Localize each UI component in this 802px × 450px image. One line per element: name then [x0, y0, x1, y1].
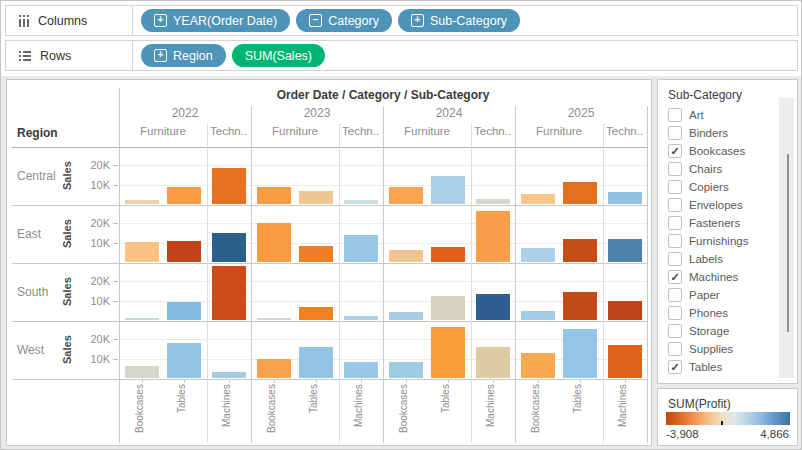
x-axis-label-2025-machines[interactable]: Machines — [617, 384, 633, 440]
filter-item-paper[interactable]: Paper — [658, 286, 778, 304]
filter-item-copiers[interactable]: Copiers — [658, 178, 778, 196]
filter-item-art[interactable]: Art — [658, 106, 778, 124]
filter-item-binders[interactable]: Binders — [658, 124, 778, 142]
bar-central-2023-bookcases[interactable] — [257, 187, 291, 204]
bar-east-2023-machines[interactable] — [344, 235, 378, 262]
expand-icon[interactable]: + — [154, 14, 167, 27]
scrollbar-thumb[interactable] — [787, 154, 789, 332]
year-header-2025[interactable]: 2025 — [515, 106, 647, 120]
bar-west-2022-machines[interactable] — [212, 372, 246, 378]
filter-item-envelopes[interactable]: Envelopes — [658, 196, 778, 214]
checkbox-copiers[interactable] — [668, 180, 682, 194]
bar-central-2022-tables[interactable] — [167, 187, 201, 204]
filter-item-supplies[interactable]: Supplies — [658, 340, 778, 358]
checkbox-binders[interactable] — [668, 126, 682, 140]
bar-south-2025-tables[interactable] — [563, 292, 597, 320]
checkbox-storage[interactable] — [668, 324, 682, 338]
checkbox-bookcases[interactable]: ✓ — [668, 144, 682, 158]
bar-central-2024-machines[interactable] — [476, 199, 510, 204]
bar-south-2022-machines[interactable] — [212, 266, 246, 320]
year-header-2022[interactable]: 2022 — [119, 106, 251, 120]
bar-west-2024-bookcases[interactable] — [389, 362, 423, 378]
bar-central-2022-bookcases[interactable] — [125, 200, 159, 204]
filter-item-phones[interactable]: Phones — [658, 304, 778, 322]
bar-south-2023-tables[interactable] — [299, 307, 333, 320]
x-axis-label-2025-bookcases[interactable]: Bookcases — [530, 384, 546, 440]
category-header-technology-2023[interactable]: Techn.. — [342, 125, 382, 137]
bar-south-2024-machines[interactable] — [476, 294, 510, 320]
category-header-furniture-2024[interactable]: Furniture — [383, 125, 471, 137]
bar-west-2025-bookcases[interactable] — [521, 353, 555, 378]
filter-scrollbar[interactable] — [779, 98, 794, 378]
checkbox-phones[interactable] — [668, 306, 682, 320]
bar-central-2024-tables[interactable] — [431, 176, 465, 204]
expand-icon[interactable]: + — [154, 49, 167, 62]
bar-central-2025-bookcases[interactable] — [521, 194, 555, 204]
x-axis-label-2023-machines[interactable]: Machines — [353, 384, 369, 440]
bar-west-2023-bookcases[interactable] — [257, 359, 291, 378]
filter-item-bookcases[interactable]: ✓Bookcases — [658, 142, 778, 160]
bar-east-2022-tables[interactable] — [167, 241, 201, 262]
pill-category[interactable]: −Category — [296, 9, 392, 32]
region-label-central[interactable]: Central — [17, 147, 56, 205]
region-label-west[interactable]: West — [17, 321, 44, 379]
bar-central-2025-machines[interactable] — [608, 192, 642, 204]
checkbox-tables[interactable]: ✓ — [668, 360, 682, 374]
bar-south-2024-bookcases[interactable] — [389, 312, 423, 320]
pill-sub-category[interactable]: +Sub-Category — [398, 9, 520, 32]
bar-east-2025-machines[interactable] — [608, 239, 642, 262]
x-axis-label-2024-machines[interactable]: Machines — [485, 384, 501, 440]
filter-item-furnishings[interactable]: Furnishings — [658, 232, 778, 250]
bar-east-2024-bookcases[interactable] — [389, 250, 423, 262]
bar-west-2022-bookcases[interactable] — [125, 366, 159, 378]
bar-central-2024-bookcases[interactable] — [389, 187, 423, 204]
bar-south-2023-bookcases[interactable] — [257, 318, 291, 320]
checkbox-envelopes[interactable] — [668, 198, 682, 212]
bar-south-2024-tables[interactable] — [431, 296, 465, 320]
bar-west-2024-machines[interactable] — [476, 347, 510, 378]
category-header-furniture-2025[interactable]: Furniture — [515, 125, 603, 137]
checkbox-fasteners[interactable] — [668, 216, 682, 230]
x-axis-label-2022-machines[interactable]: Machines — [221, 384, 237, 440]
pill-sum-sales[interactable]: SUM(Sales) — [232, 44, 325, 67]
category-header-technology-2022[interactable]: Techn.. — [210, 125, 250, 137]
checkbox-furnishings[interactable] — [668, 234, 682, 248]
x-axis-label-2023-tables[interactable]: Tables — [308, 384, 324, 440]
filter-item-chairs[interactable]: Chairs — [658, 160, 778, 178]
x-axis-label-2022-tables[interactable]: Tables — [176, 384, 192, 440]
bar-south-2022-bookcases[interactable] — [125, 318, 159, 320]
bar-east-2025-tables[interactable] — [563, 239, 597, 262]
bar-west-2023-machines[interactable] — [344, 362, 378, 378]
category-header-technology-2024[interactable]: Techn.. — [474, 125, 514, 137]
filter-item-labels[interactable]: Labels — [658, 250, 778, 268]
bar-west-2022-tables[interactable] — [167, 343, 201, 378]
region-label-south[interactable]: South — [17, 263, 48, 321]
checkbox-art[interactable] — [668, 108, 682, 122]
bar-east-2023-tables[interactable] — [299, 246, 333, 262]
category-header-furniture-2023[interactable]: Furniture — [251, 125, 339, 137]
filter-item-tables[interactable]: ✓Tables — [658, 358, 778, 376]
region-label-east[interactable]: East — [17, 205, 41, 263]
bar-east-2025-bookcases[interactable] — [521, 248, 555, 262]
checkbox-supplies[interactable] — [668, 342, 682, 356]
year-header-2023[interactable]: 2023 — [251, 106, 383, 120]
bar-central-2022-machines[interactable] — [212, 168, 246, 204]
bar-central-2025-tables[interactable] — [563, 182, 597, 204]
filter-item-machines[interactable]: ✓Machines — [658, 268, 778, 286]
category-header-technology-2025[interactable]: Techn.. — [606, 125, 646, 137]
bar-south-2023-machines[interactable] — [344, 316, 378, 320]
x-axis-label-2025-tables[interactable]: Tables — [572, 384, 588, 440]
bar-east-2024-machines[interactable] — [476, 211, 510, 262]
category-header-furniture-2022[interactable]: Furniture — [119, 125, 207, 137]
bar-east-2022-bookcases[interactable] — [125, 242, 159, 262]
bar-south-2025-bookcases[interactable] — [521, 311, 555, 320]
bar-south-2022-tables[interactable] — [167, 302, 201, 320]
checkbox-chairs[interactable] — [668, 162, 682, 176]
bar-west-2025-tables[interactable] — [563, 329, 597, 378]
x-axis-label-2023-bookcases[interactable]: Bookcases — [266, 384, 282, 440]
year-header-2024[interactable]: 2024 — [383, 106, 515, 120]
checkbox-machines[interactable]: ✓ — [668, 270, 682, 284]
x-axis-label-2022-bookcases[interactable]: Bookcases — [134, 384, 150, 440]
collapse-icon[interactable]: − — [309, 14, 322, 27]
filter-item-storage[interactable]: Storage — [658, 322, 778, 340]
